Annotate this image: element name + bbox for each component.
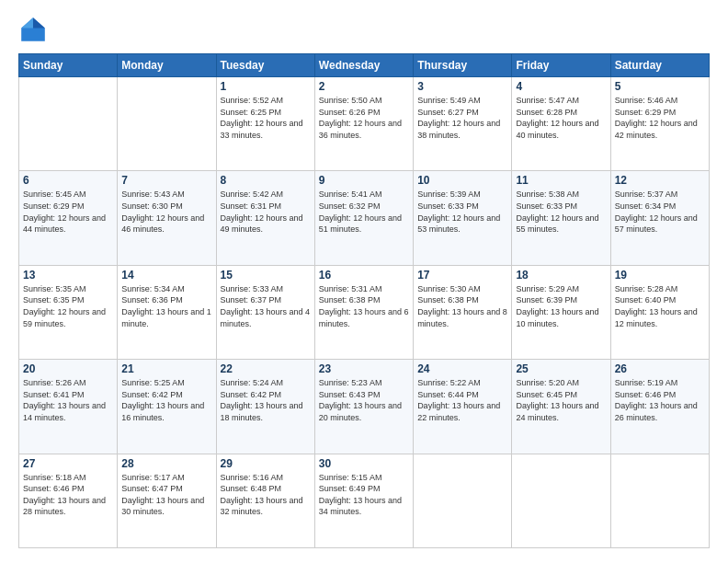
- day-number: 20: [23, 362, 113, 375]
- calendar-cell: 5Sunrise: 5:46 AMSunset: 6:29 PMDaylight…: [610, 77, 709, 171]
- cell-content: Sunrise: 5:16 AM: [221, 472, 311, 484]
- logo-icon: [18, 15, 48, 44]
- cell-content: Daylight: 12 hours and 53 minutes.: [417, 213, 507, 236]
- cell-content: Daylight: 13 hours and 28 minutes.: [23, 495, 113, 518]
- day-number: 4: [516, 80, 606, 93]
- calendar-week-4: 20Sunrise: 5:26 AMSunset: 6:41 PMDayligh…: [19, 360, 710, 454]
- cell-content: Sunset: 6:27 PM: [417, 107, 507, 119]
- cell-content: Sunrise: 5:15 AM: [319, 472, 409, 484]
- cell-content: Daylight: 13 hours and 18 minutes.: [221, 400, 311, 423]
- calendar-cell: 29Sunrise: 5:16 AMSunset: 6:48 PMDayligh…: [216, 454, 314, 547]
- cell-content: Sunrise: 5:23 AM: [319, 377, 409, 389]
- calendar-cell: 30Sunrise: 5:15 AMSunset: 6:49 PMDayligh…: [314, 454, 413, 547]
- cell-content: Sunrise: 5:17 AM: [121, 472, 211, 484]
- calendar-header-wednesday: Wednesday: [314, 54, 413, 77]
- calendar-cell: 25Sunrise: 5:20 AMSunset: 6:45 PMDayligh…: [512, 360, 610, 454]
- cell-content: Daylight: 13 hours and 12 minutes.: [615, 306, 705, 329]
- day-number: 11: [516, 174, 606, 187]
- calendar-cell: 14Sunrise: 5:34 AMSunset: 6:36 PMDayligh…: [118, 265, 216, 359]
- calendar-cell: 13Sunrise: 5:35 AMSunset: 6:35 PMDayligh…: [19, 265, 118, 359]
- cell-content: Sunset: 6:37 PM: [221, 294, 311, 306]
- cell-content: Daylight: 13 hours and 10 minutes.: [516, 306, 606, 329]
- cell-content: Sunrise: 5:41 AM: [319, 189, 409, 201]
- cell-content: Sunset: 6:35 PM: [23, 294, 113, 306]
- cell-content: Sunrise: 5:43 AM: [121, 189, 211, 201]
- cell-content: Sunrise: 5:45 AM: [23, 189, 113, 201]
- cell-content: Sunset: 6:28 PM: [516, 107, 606, 119]
- cell-content: Sunset: 6:46 PM: [23, 483, 113, 495]
- day-number: 23: [319, 362, 409, 375]
- svg-marker-1: [33, 17, 45, 28]
- cell-content: Sunrise: 5:28 AM: [615, 283, 705, 295]
- calendar-cell: 10Sunrise: 5:39 AMSunset: 6:33 PMDayligh…: [414, 171, 512, 265]
- calendar-cell: 26Sunrise: 5:19 AMSunset: 6:46 PMDayligh…: [610, 360, 709, 454]
- cell-content: Sunrise: 5:26 AM: [23, 377, 113, 389]
- calendar-cell: [414, 454, 512, 547]
- cell-content: Daylight: 12 hours and 44 minutes.: [23, 213, 113, 236]
- day-number: 7: [121, 174, 211, 187]
- day-number: 27: [23, 457, 113, 470]
- day-number: 14: [121, 269, 211, 282]
- calendar-cell: 15Sunrise: 5:33 AMSunset: 6:37 PMDayligh…: [216, 265, 314, 359]
- calendar-cell: 28Sunrise: 5:17 AMSunset: 6:47 PMDayligh…: [118, 454, 216, 547]
- day-number: 30: [319, 457, 409, 470]
- cell-content: Sunset: 6:26 PM: [319, 107, 409, 119]
- day-number: 9: [319, 174, 409, 187]
- page: SundayMondayTuesdayWednesdayThursdayFrid…: [0, 0, 728, 563]
- cell-content: Sunset: 6:43 PM: [319, 389, 409, 401]
- cell-content: Sunrise: 5:19 AM: [615, 377, 705, 389]
- cell-content: Sunrise: 5:25 AM: [121, 377, 211, 389]
- cell-content: Sunrise: 5:42 AM: [221, 189, 311, 201]
- calendar-cell: 2Sunrise: 5:50 AMSunset: 6:26 PMDaylight…: [314, 77, 413, 171]
- calendar-cell: 22Sunrise: 5:24 AMSunset: 6:42 PMDayligh…: [216, 360, 314, 454]
- day-number: 22: [221, 362, 311, 375]
- day-number: 18: [516, 269, 606, 282]
- cell-content: Daylight: 12 hours and 51 minutes.: [319, 213, 409, 236]
- cell-content: Sunset: 6:46 PM: [615, 389, 705, 401]
- cell-content: Sunset: 6:29 PM: [23, 201, 113, 213]
- cell-content: Sunset: 6:25 PM: [221, 107, 311, 119]
- cell-content: Sunset: 6:47 PM: [121, 483, 211, 495]
- day-number: 29: [221, 457, 311, 470]
- calendar-cell: 1Sunrise: 5:52 AMSunset: 6:25 PMDaylight…: [216, 77, 314, 171]
- cell-content: Sunset: 6:41 PM: [23, 389, 113, 401]
- day-number: 5: [615, 80, 705, 93]
- cell-content: Sunset: 6:33 PM: [417, 201, 507, 213]
- day-number: 25: [516, 362, 606, 375]
- calendar-table: SundayMondayTuesdayWednesdayThursdayFrid…: [18, 53, 710, 548]
- calendar-cell: [512, 454, 610, 547]
- cell-content: Daylight: 13 hours and 24 minutes.: [516, 400, 606, 423]
- cell-content: Sunset: 6:29 PM: [615, 107, 705, 119]
- cell-content: Daylight: 13 hours and 30 minutes.: [121, 495, 211, 518]
- calendar-header-monday: Monday: [118, 54, 216, 77]
- day-number: 15: [221, 269, 311, 282]
- calendar-header-thursday: Thursday: [414, 54, 512, 77]
- calendar-cell: [610, 454, 709, 547]
- calendar-cell: 18Sunrise: 5:29 AMSunset: 6:39 PMDayligh…: [512, 265, 610, 359]
- cell-content: Daylight: 12 hours and 42 minutes.: [615, 118, 705, 141]
- calendar-header-row: SundayMondayTuesdayWednesdayThursdayFrid…: [19, 54, 710, 77]
- cell-content: Daylight: 12 hours and 38 minutes.: [417, 118, 507, 141]
- day-number: 3: [417, 80, 507, 93]
- cell-content: Sunset: 6:42 PM: [221, 389, 311, 401]
- cell-content: Sunset: 6:38 PM: [417, 294, 507, 306]
- cell-content: Daylight: 12 hours and 59 minutes.: [23, 306, 113, 329]
- day-number: 21: [121, 362, 211, 375]
- day-number: 1: [221, 80, 311, 93]
- calendar-header-sunday: Sunday: [19, 54, 118, 77]
- cell-content: Sunrise: 5:50 AM: [319, 95, 409, 107]
- calendar-cell: 3Sunrise: 5:49 AMSunset: 6:27 PMDaylight…: [414, 77, 512, 171]
- day-number: 28: [121, 457, 211, 470]
- calendar-cell: 21Sunrise: 5:25 AMSunset: 6:42 PMDayligh…: [118, 360, 216, 454]
- header: [18, 15, 710, 44]
- cell-content: Sunset: 6:49 PM: [319, 483, 409, 495]
- cell-content: Sunrise: 5:38 AM: [516, 189, 606, 201]
- day-number: 26: [615, 362, 705, 375]
- cell-content: Sunset: 6:31 PM: [221, 201, 311, 213]
- cell-content: Daylight: 12 hours and 46 minutes.: [121, 213, 211, 236]
- calendar-cell: 9Sunrise: 5:41 AMSunset: 6:32 PMDaylight…: [314, 171, 413, 265]
- cell-content: Sunrise: 5:30 AM: [417, 283, 507, 295]
- cell-content: Daylight: 13 hours and 26 minutes.: [615, 400, 705, 423]
- cell-content: Daylight: 13 hours and 6 minutes.: [319, 306, 409, 329]
- calendar-header-friday: Friday: [512, 54, 610, 77]
